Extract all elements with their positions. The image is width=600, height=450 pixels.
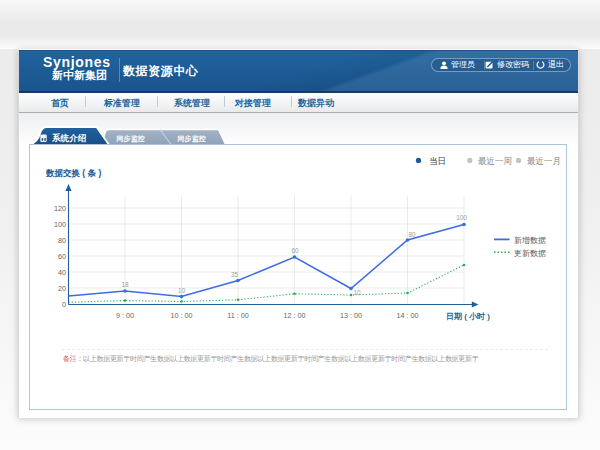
svg-text:100: 100: [456, 214, 467, 221]
svg-text:18: 18: [121, 281, 129, 288]
svg-text:35: 35: [231, 271, 239, 278]
svg-text:60: 60: [291, 247, 299, 254]
svg-text:9 : 00: 9 : 00: [116, 311, 134, 320]
svg-text:10: 10: [178, 287, 186, 294]
svg-text:10: 10: [353, 289, 361, 296]
svg-text:40: 40: [58, 268, 66, 277]
svg-text:20: 20: [58, 284, 66, 293]
svg-text:0: 0: [62, 300, 66, 309]
svg-text:10 : 00: 10 : 00: [171, 311, 193, 320]
svg-text:60: 60: [58, 252, 66, 261]
svg-text:80: 80: [58, 236, 66, 245]
svg-text:14 : 00: 14 : 00: [397, 311, 419, 320]
svg-text:100: 100: [54, 220, 66, 229]
svg-text:11 : 00: 11 : 00: [227, 311, 248, 320]
svg-text:120: 120: [54, 204, 66, 213]
svg-text:80: 80: [408, 231, 416, 238]
svg-text:12 : 00: 12 : 00: [284, 311, 306, 320]
svg-text:13 : 00: 13 : 00: [340, 311, 362, 320]
